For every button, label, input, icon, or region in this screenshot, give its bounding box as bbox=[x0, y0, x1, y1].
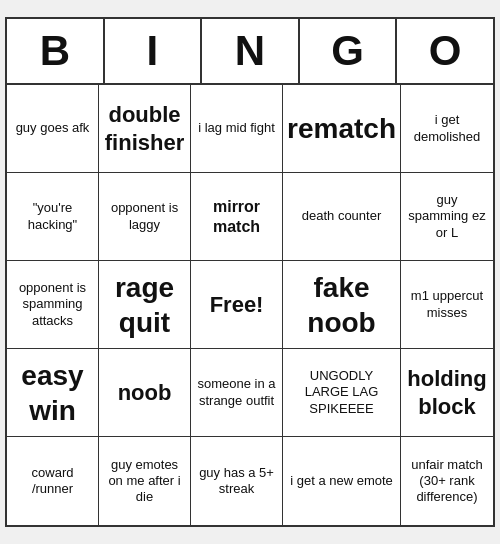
header-letter-i: I bbox=[105, 19, 203, 83]
bingo-cell-10: opponent is spamming attacks bbox=[7, 261, 99, 349]
bingo-cell-12: Free! bbox=[191, 261, 283, 349]
bingo-header: BINGO bbox=[7, 19, 493, 85]
bingo-cell-23: i get a new emote bbox=[283, 437, 401, 525]
bingo-grid: guy goes afkdouble finisheri lag mid fig… bbox=[7, 85, 493, 525]
bingo-cell-11: rage quit bbox=[99, 261, 191, 349]
bingo-cell-8: death counter bbox=[283, 173, 401, 261]
bingo-cell-5: "you're hacking" bbox=[7, 173, 99, 261]
bingo-cell-20: coward /runner bbox=[7, 437, 99, 525]
bingo-cell-18: UNGODLY LARGE LAG SPIKEEEE bbox=[283, 349, 401, 437]
bingo-cell-17: someone in a strange outfit bbox=[191, 349, 283, 437]
bingo-cell-3: rematch bbox=[283, 85, 401, 173]
bingo-cell-6: opponent is laggy bbox=[99, 173, 191, 261]
header-letter-o: O bbox=[397, 19, 493, 83]
bingo-cell-14: m1 uppercut misses bbox=[401, 261, 493, 349]
bingo-cell-22: guy has a 5+ streak bbox=[191, 437, 283, 525]
header-letter-n: N bbox=[202, 19, 300, 83]
bingo-card: BINGO guy goes afkdouble finisheri lag m… bbox=[5, 17, 495, 527]
header-letter-g: G bbox=[300, 19, 398, 83]
bingo-cell-21: guy emotes on me after i die bbox=[99, 437, 191, 525]
bingo-cell-15: easy win bbox=[7, 349, 99, 437]
bingo-cell-4: i get demolished bbox=[401, 85, 493, 173]
bingo-cell-9: guy spamming ez or L bbox=[401, 173, 493, 261]
bingo-cell-16: noob bbox=[99, 349, 191, 437]
bingo-cell-2: i lag mid fight bbox=[191, 85, 283, 173]
bingo-cell-0: guy goes afk bbox=[7, 85, 99, 173]
bingo-cell-7: mirror match bbox=[191, 173, 283, 261]
bingo-cell-1: double finisher bbox=[99, 85, 191, 173]
header-letter-b: B bbox=[7, 19, 105, 83]
bingo-cell-19: holding block bbox=[401, 349, 493, 437]
bingo-cell-24: unfair match (30+ rank difference) bbox=[401, 437, 493, 525]
bingo-cell-13: fake noob bbox=[283, 261, 401, 349]
